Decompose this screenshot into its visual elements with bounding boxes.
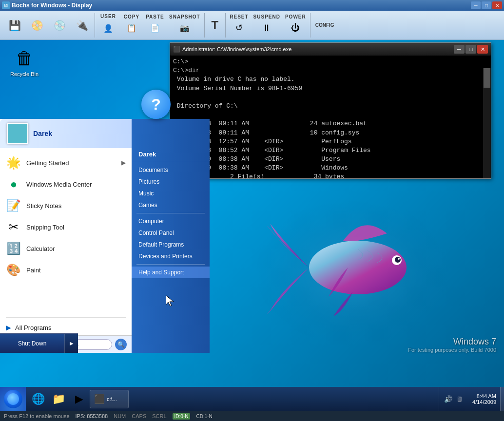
usb-icon: 🔌 [74,18,90,33]
start-right-music[interactable]: Music [132,188,210,199]
start-search-button[interactable]: 🔍 [115,339,127,350]
start-right-default-programs[interactable]: Default Programs [132,239,210,250]
taskbar-cmd-window[interactable]: ⬛ c:\... [90,390,129,408]
cmd-window-controls: ─ □ ✕ [454,45,488,54]
floppy-icon: 💾 [7,18,22,33]
taskbar-media-player[interactable]: ▶ [69,389,89,409]
cmd-scroll-thumb[interactable] [484,68,490,88]
floppy2-icon: 📀 [29,18,45,33]
toolbar-power[interactable]: ⏻ [286,19,305,36]
svg-point-4 [398,258,400,260]
tray-speaker-icon[interactable]: 🔊 [443,394,453,404]
svg-point-1 [309,241,407,294]
cdrom-icon: 💿 [52,18,67,33]
sticky-notes-icon: 📝 [6,198,21,213]
taskbar-explorer[interactable]: 📁 [49,389,68,409]
cmd-maximize-button[interactable]: □ [465,45,476,54]
toolbar-user1[interactable]: 👤 [99,20,117,37]
toolbar-sep3 [225,13,226,38]
toolbar-suspend[interactable]: ⏸ [257,19,276,36]
start-right-documents[interactable]: Documents [132,164,210,176]
toolbar-paste[interactable]: 📄 [146,19,164,36]
cmd-minimize-button[interactable]: ─ [454,45,465,54]
taskbar-items: 🌐 📁 ▶ ⬛ c:\... [26,387,439,411]
recycle-bin-label: Recycle Bin [10,71,39,77]
shutdown-options-button[interactable]: ▶ [64,334,78,353]
start-right-games[interactable]: Games [132,199,210,211]
start-item-snipping-tool[interactable]: ✂ Snipping Tool [0,216,132,238]
start-panel: Darek 🌟 Getting Started ▶ ● Windows Medi… [0,119,210,353]
start-user-header: Darek [0,119,132,148]
show-desktop-button[interactable] [500,387,504,411]
tray-monitor-icon[interactable]: 🖥 [455,394,465,404]
start-item-sticky-notes[interactable]: 📝 Sticky Notes [0,195,132,216]
close-button[interactable]: ✕ [492,1,502,9]
window-controls: ─ □ ✕ [471,1,502,9]
cmd-taskbar-label: c:\... [107,396,117,402]
minimize-button[interactable]: ─ [471,1,481,9]
taskbar-ie[interactable]: 🌐 [28,389,48,409]
paint-label: Paint [26,267,41,274]
title-bar: 🖥 Bochs for Windows - Display ─ □ ✕ [0,0,504,11]
sticky-notes-label: Sticky Notes [26,202,61,210]
toolbar-config[interactable]: CONFIG [312,21,337,29]
start-right-help-support[interactable]: Help and Support [132,267,210,278]
app-icon: 🖥 [2,1,10,9]
start-item-windows-media-center[interactable]: ● Windows Media Center [0,173,132,195]
getting-started-label: Getting Started [26,159,69,167]
cmd-close-button[interactable]: ✕ [477,45,488,54]
start-right-divider2 [136,264,205,265]
desktop-icon-recycle-bin[interactable]: 🗑 Recycle Bin [5,45,44,79]
window-title: Bochs for Windows - Display [12,2,471,9]
start-menu: Darek 🌟 Getting Started ▶ ● Windows Medi… [0,119,210,353]
help-question-button[interactable]: ? [141,90,171,119]
paste-icon: 📄 [147,20,163,36]
toolbar-reset[interactable]: ↺ [230,19,248,36]
cmd-titlebar-icon: ⬛ [173,46,180,53]
taskbar-clock[interactable]: 8:44 AM 4/14/2009 [468,393,500,405]
toolbar-snapshot[interactable]: 📷 [175,19,194,36]
toolbar-usb[interactable]: 🔌 [71,17,93,34]
start-right-panel: Darek Documents Pictures Music Games Com… [132,119,210,353]
cmd-scrollbar[interactable] [483,68,491,178]
snapshot-icon: 📷 [177,20,193,36]
start-right-control-panel[interactable]: Control Panel [132,227,210,239]
getting-started-icon: 🌟 [6,155,21,171]
start-app-list: 🌟 Getting Started ▶ ● Windows Media Cent… [0,148,132,315]
start-right-pictures[interactable]: Pictures [132,176,210,188]
recycle-bin-icon: 🗑 [13,47,36,70]
clock-date: 4/14/2009 [472,399,496,405]
win7-title: Windows 7 [408,337,496,347]
win7-branding: Windows 7 For testing purposes only. Bui… [408,337,496,353]
fish-illustration [212,175,494,360]
help-icon: ? [141,90,171,119]
start-button[interactable] [0,387,26,411]
toolbar-cdrom[interactable]: 💿 [49,17,70,34]
toolbar-sep2 [204,13,205,38]
scrl-indicator: SCRL [152,413,166,419]
toolbar-floppy2[interactable]: 📀 [26,17,48,34]
toolbar-sep4 [310,13,310,38]
start-right-computer[interactable]: Computer [132,215,210,227]
toolbar-floppy[interactable]: 💾 [4,17,25,34]
start-right-user-name[interactable]: Darek [132,148,210,162]
paint-icon: 🎨 [6,262,21,278]
calculator-label: Calculator [26,245,55,252]
start-item-calculator[interactable]: 🔢 Calculator [0,238,132,259]
start-right-devices-printers[interactable]: Devices and Printers [132,250,210,262]
system-tray: 🔊 🖥 [439,387,468,411]
power-icon: ⏻ [288,20,303,36]
start-item-paint[interactable]: 🎨 Paint [0,259,132,281]
user1-icon: 👤 [100,20,116,36]
toolbar-copy[interactable]: 📋 [122,19,141,36]
svg-point-3 [395,257,401,263]
cmd-output[interactable]: C:\> C:\>dir Volume in drive C has no la… [170,56,491,178]
snipping-tool-label: Snipping Tool [26,224,64,231]
windows-media-center-label: Windows Media Center [26,181,92,188]
clock-time: 8:44 AM [477,393,496,399]
start-item-getting-started[interactable]: 🌟 Getting Started ▶ [0,152,132,173]
maximize-button[interactable]: □ [482,1,491,9]
all-programs-label: All Programs [15,324,51,331]
cmd-titlebar: ⬛ Administrator: C:\Windows\system32\cmd… [170,43,491,56]
shutdown-button[interactable]: Shut Down [0,334,64,353]
